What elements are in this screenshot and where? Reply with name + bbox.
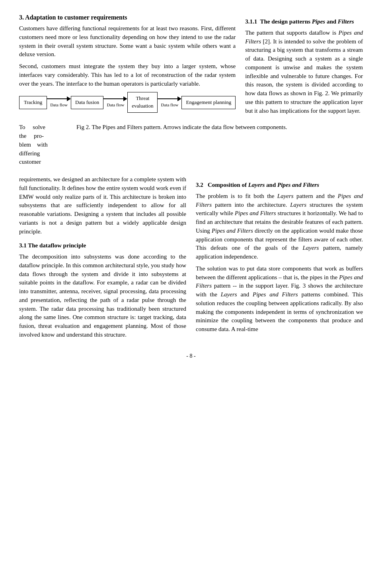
diagram-label-3: Data flow [161, 102, 179, 108]
diagram-arrow-1: Data flow [47, 96, 71, 108]
diagram-box-threat: Threatevalua­tion [127, 92, 158, 113]
page-number: - 8 - [19, 352, 363, 360]
diagram-arrow-3: Data flow [158, 96, 181, 108]
requirements-para: requirements, we designed an architectur… [19, 175, 186, 236]
fig-caption: Fig 2. The Pipes and Filters pattern. Ar… [76, 123, 363, 135]
section31-para: The decomposition into subsystems was do… [19, 253, 186, 339]
lower-left-col: requirements, we designed an architectur… [19, 175, 186, 343]
section311-heading: 3.1.1 The design patterns Pipes and Filt… [245, 18, 363, 26]
diagram-arrow-2: Data flow [103, 96, 127, 108]
section32-p1: The problem is to fit both the Layers pa… [196, 192, 363, 261]
section311-p1: The pattern that supports dataflow is Pi… [245, 29, 363, 116]
fig-caption-area: To solvethe pro-blem withdifferingcustom… [19, 123, 363, 170]
section3-heading: 3. Adaptation to customer requirements [19, 13, 236, 22]
diagram-label-2: Data flow [107, 102, 124, 108]
lower-right-col: 3.2 Composition of Layers and Pipes and … [196, 175, 363, 343]
section32-heading: 3.2 Composition of Layers and Pipes and … [196, 181, 363, 190]
section32-p2: The solution was to put data store compo… [196, 265, 363, 334]
diagram-label-1: Data flow [50, 102, 68, 108]
fig-left-text: To solvethe pro-blem withdifferingcustom… [19, 123, 67, 170]
section3-p1: Customers have differing functional requ… [19, 24, 236, 59]
section3-p2: Second, customers must integrate the sys… [19, 62, 236, 88]
section31-heading: 3.1 The dataflow principle [19, 241, 186, 250]
diagram-box-datafusion: Data fusion [71, 96, 103, 109]
diagram-box-tracking: Tracking [19, 96, 47, 109]
pipes-filters-diagram: Tracking Data flow Data fusion Data flow [19, 92, 236, 113]
diagram-box-engagement: Engagement planning [181, 96, 236, 109]
